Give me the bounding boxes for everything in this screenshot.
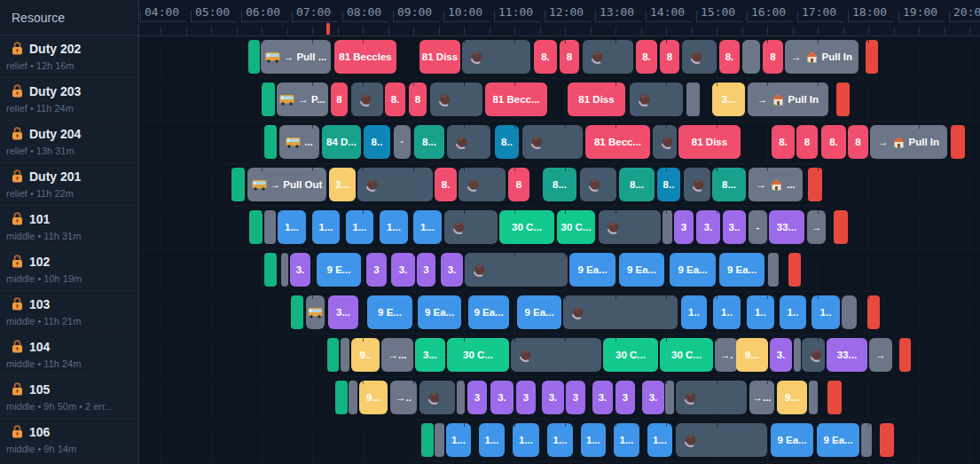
block-break[interactable] (580, 168, 616, 201)
block-sign-off[interactable] (951, 125, 965, 159)
resource-row[interactable]: 104middle • 11h 24m (0, 334, 138, 376)
block-trip[interactable]: 1... (380, 210, 408, 244)
block-trip[interactable]: 3. (542, 381, 564, 414)
block-deadhead[interactable] (349, 381, 357, 414)
block-trip[interactable]: 81 Becc... (485, 83, 547, 116)
block-trip[interactable]: 8 (763, 40, 783, 74)
block-trip[interactable]: 9 E... (367, 295, 412, 329)
block-break[interactable] (444, 210, 498, 244)
block-deadhead[interactable] (742, 40, 760, 74)
resource-row[interactable]: 103middle • 11h 21m (0, 291, 138, 334)
block-sign-on[interactable] (264, 253, 277, 287)
block-sign-on[interactable] (264, 125, 277, 159)
block-trip[interactable]: 8... (414, 125, 444, 159)
block-trip[interactable]: 8. (385, 83, 405, 116)
block-sign-off[interactable] (836, 83, 850, 116)
block-trip[interactable]: 3... (712, 83, 745, 116)
block-break[interactable] (511, 338, 601, 372)
block-trip[interactable]: 1.. (747, 295, 774, 329)
block-break[interactable] (351, 83, 383, 116)
block-trip[interactable]: 9... (359, 381, 388, 414)
block-trip[interactable]: 9 E... (317, 253, 361, 287)
block-deadhead[interactable]: →... (749, 168, 803, 201)
block-trip[interactable]: 30 C... (447, 338, 509, 372)
block-deadhead[interactable] (842, 295, 857, 329)
block-trip[interactable]: 30 C... (660, 338, 713, 372)
block-trip[interactable]: 8 (560, 40, 579, 74)
block-deadhead[interactable] (435, 423, 444, 457)
resource-row[interactable]: Duty 204relief • 13h 31m (0, 121, 138, 163)
block-break[interactable] (653, 125, 677, 159)
block-trip[interactable]: 3 (615, 381, 635, 414)
block-sign-off[interactable] (834, 210, 848, 244)
block-trip[interactable]: 81 Diss (678, 125, 741, 159)
block-trip[interactable]: 84 D... (322, 125, 361, 159)
block-trip[interactable]: 9 Ea... (719, 253, 764, 287)
block-trip[interactable]: 3. (490, 381, 514, 414)
block-deadhead[interactable] (861, 423, 872, 457)
block-deadhead[interactable] (794, 338, 801, 372)
block-trip[interactable]: 30 C... (603, 338, 658, 372)
block-trip[interactable]: 3... (415, 338, 445, 372)
block-sign-on[interactable] (262, 83, 275, 116)
block-deadhead[interactable]: → Pull ... (261, 40, 331, 74)
block-sign-off[interactable] (899, 338, 911, 372)
resource-row[interactable]: Duty 203relief • 11h 24m (0, 78, 138, 121)
block-trip[interactable]: 1... (647, 423, 672, 457)
block-deadhead[interactable] (281, 253, 288, 287)
block-trip[interactable]: 1... (581, 423, 606, 457)
block-deadhead[interactable] (665, 381, 674, 414)
resource-row[interactable]: 101middle • 11h 31m (0, 206, 138, 248)
block-trip[interactable]: 1.. (713, 295, 741, 329)
block-break[interactable] (682, 40, 717, 74)
block-trip[interactable]: 8 (660, 40, 679, 74)
resource-row[interactable]: Duty 201relief • 11h 22m (0, 163, 138, 206)
block-trip[interactable]: 3 (516, 381, 536, 414)
block-trip[interactable]: 1... (479, 423, 505, 457)
block-trip[interactable]: 3 (674, 210, 694, 244)
block-break[interactable] (465, 253, 568, 287)
block-sign-on[interactable] (327, 338, 339, 372)
block-trip[interactable]: 33... (827, 338, 867, 372)
block-trip[interactable]: 9 Ea... (817, 423, 859, 457)
block-deadhead[interactable] (306, 295, 325, 329)
block-deadhead[interactable]: → (869, 338, 892, 372)
block-trip[interactable]: 1... (278, 210, 306, 244)
block-break[interactable] (357, 168, 433, 201)
block-trip[interactable]: 8 (796, 125, 818, 159)
block-trip[interactable]: 8.. (364, 125, 390, 159)
block-trip[interactable]: 1... (614, 423, 639, 457)
block-trip[interactable]: 8 (848, 125, 868, 159)
block-trip[interactable]: 1... (346, 210, 373, 244)
block-break[interactable] (522, 125, 583, 159)
block-trip[interactable]: 9 Ea... (670, 253, 716, 287)
block-trip[interactable]: 3... (329, 168, 356, 201)
block-deadhead[interactable] (809, 381, 818, 414)
block-trip[interactable]: 9 Ea... (468, 295, 509, 329)
block-deadhead[interactable]: → P... (277, 83, 328, 116)
block-deadhead[interactable]: - (749, 210, 767, 244)
block-trip[interactable]: 9 Ea... (418, 295, 461, 329)
block-trip[interactable]: 81 Beccles (334, 40, 396, 74)
block-deadhead[interactable]: →Pull In (748, 83, 828, 116)
block-trip[interactable]: 8. (636, 40, 657, 74)
block-sign-off[interactable] (867, 295, 880, 329)
resource-row[interactable]: 105middle • 9h 50m • 2 err... (0, 376, 138, 419)
block-trip[interactable]: 8.. (657, 168, 680, 201)
block-deadhead[interactable]: →Pull In (870, 125, 947, 159)
block-trip[interactable]: 1... (413, 210, 442, 244)
block-sign-on[interactable] (248, 40, 260, 74)
block-trip[interactable]: 8. (435, 168, 457, 201)
block-break[interactable] (630, 83, 683, 116)
block-trip[interactable]: 8. (821, 125, 846, 159)
block-trip[interactable]: 1... (446, 423, 471, 457)
block-trip[interactable]: 3. (592, 381, 613, 414)
block-trip[interactable]: 1... (547, 423, 573, 457)
block-trip[interactable]: 1.. (780, 295, 806, 329)
block-sign-off[interactable] (788, 253, 801, 287)
block-trip[interactable]: 8 (409, 83, 427, 116)
block-deadhead[interactable] (264, 210, 276, 244)
block-break[interactable] (676, 423, 767, 457)
block-trip[interactable]: 3. (441, 253, 463, 287)
block-trip[interactable]: 30 C... (557, 210, 595, 244)
